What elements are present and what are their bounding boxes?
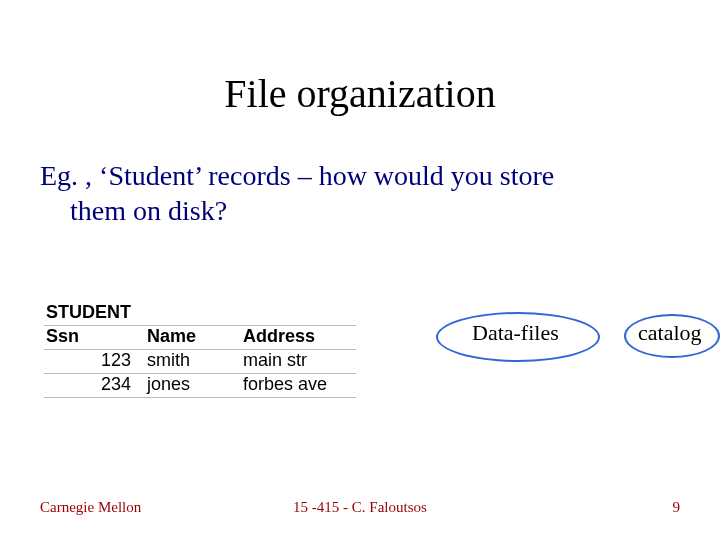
cell-ssn: 234 (44, 374, 137, 398)
label-datafiles: Data-files (472, 320, 559, 346)
body-text: Eg. , ‘Student’ records – how would you … (40, 158, 680, 228)
slide-title: File organization (0, 70, 720, 117)
table-column-row: Ssn Name Address (44, 326, 356, 350)
table-row: 234 jones forbes ave (44, 374, 356, 398)
table-header-row: STUDENT (44, 302, 356, 326)
col-name-header: Name (145, 326, 215, 350)
col-ssn-header: Ssn (44, 326, 137, 350)
student-table: STUDENT Ssn Name Address 123 smith main … (44, 302, 356, 398)
col-address-header: Address (241, 326, 356, 350)
table-row: 123 smith main str (44, 350, 356, 374)
student-table-wrap: STUDENT Ssn Name Address 123 smith main … (44, 302, 356, 398)
cell-name: jones (145, 374, 215, 398)
footer-center: 15 -415 - C. Faloutsos (0, 499, 720, 516)
body-line-1: Eg. , ‘Student’ records – how would you … (40, 158, 680, 193)
label-catalog: catalog (638, 320, 702, 346)
cell-name: smith (145, 350, 215, 374)
footer-page-number: 9 (673, 499, 681, 516)
slide: File organization Eg. , ‘Student’ record… (0, 0, 720, 540)
cell-address: forbes ave (241, 374, 356, 398)
cell-ssn: 123 (44, 350, 137, 374)
cell-address: main str (241, 350, 356, 374)
body-line-2: them on disk? (40, 193, 680, 228)
table-title-cell: STUDENT (44, 302, 137, 326)
